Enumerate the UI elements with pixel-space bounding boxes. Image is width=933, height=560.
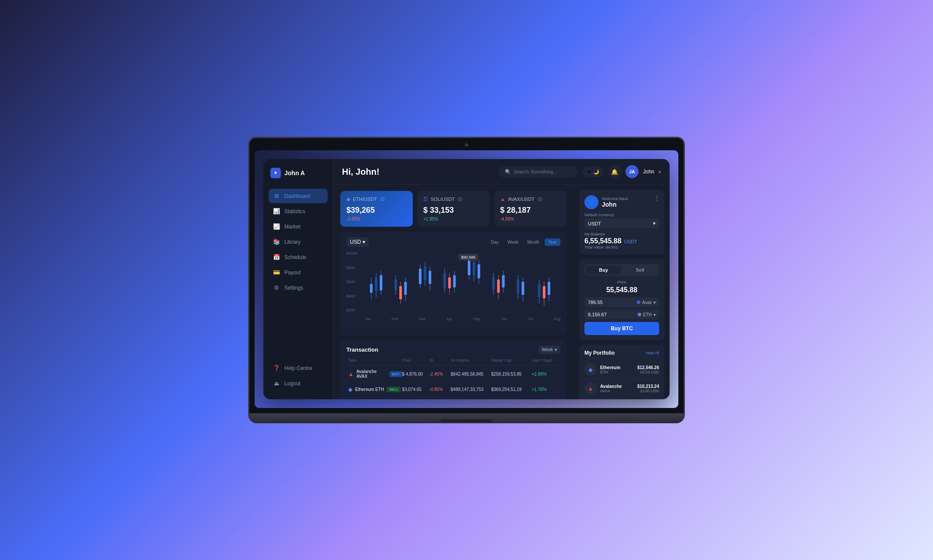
- input-eth[interactable]: 8,156.67 ETH ▾: [584, 310, 659, 319]
- more-options-button[interactable]: ⋮: [654, 194, 660, 201]
- sell-tab[interactable]: Sell: [622, 266, 658, 274]
- search-bar[interactable]: 🔍: [499, 166, 577, 177]
- statistics-icon: 📊: [273, 208, 280, 214]
- portfolio-item-avax[interactable]: ▲ Avalanche AVAX $10,213.24 23.00 USD: [584, 379, 659, 398]
- welcome-header: 👤 Welcome Back John: [584, 195, 659, 209]
- currency-selector[interactable]: USD ▾: [346, 237, 369, 247]
- sidebar-item-logout[interactable]: ⏏ Logout: [269, 376, 328, 391]
- svg-rect-48: [543, 286, 546, 298]
- ticker-card-sol[interactable]: ☰ SOL/USDT ⓘ $ 33,153 +1.95%: [417, 191, 490, 227]
- period-week[interactable]: Week: [504, 239, 522, 246]
- welcome-name: John: [602, 201, 628, 208]
- eth-dot: [638, 313, 641, 316]
- sidebar-item-market[interactable]: 📈 Market: [269, 219, 328, 234]
- avax-portfolio-icon: ▲: [584, 382, 597, 394]
- portfolio-card: My Portfolio View All ◆ Ethereum: [579, 345, 664, 399]
- ticker-header-avax: ▲ AVAX/USDT ⓘ: [500, 196, 560, 202]
- ticker-card-eth[interactable]: ◆ ETH/USDT ⓘ $39,265 -2.65%: [340, 191, 413, 227]
- buy-tab[interactable]: Buy: [586, 266, 622, 274]
- row2-7d: +1.76%: [532, 387, 559, 392]
- svg-rect-12: [394, 280, 397, 290]
- avax-input-value[interactable]: 786.55: [588, 300, 603, 305]
- eth-currency-selector[interactable]: ETH ▾: [638, 312, 656, 317]
- svg-rect-34: [477, 264, 480, 278]
- svg-rect-20: [424, 266, 426, 280]
- table-header: Type Price 1h 24 Volume Market Cap Last …: [346, 358, 560, 366]
- eth-diamond-icon: ◆: [588, 366, 593, 373]
- sidebar-item-statistics[interactable]: 📊 Statistics: [269, 204, 328, 218]
- search-icon: 🔍: [505, 169, 511, 175]
- eth-info-icon: ⓘ: [380, 197, 384, 202]
- eth-portfolio-amount: $12,546.26 33.53 USD: [637, 365, 659, 374]
- market-icon: 📈: [273, 223, 280, 230]
- sidebar-logo: ✦ John A: [269, 168, 328, 178]
- sidebar-logo-text: John A: [284, 169, 305, 176]
- col-7d: Last 7 Days: [532, 358, 559, 363]
- avax-portfolio-info: Avalanche AVAX: [600, 384, 634, 393]
- currency-select[interactable]: USDT ▾: [584, 218, 659, 228]
- row1-badge: BUY: [390, 371, 402, 377]
- input-avax[interactable]: 786.55 Avax ▾: [584, 297, 659, 307]
- main-content: Hi, John! 🔍 ☀ 🌙 🔔 JA John: [333, 159, 670, 399]
- chevron-down-icon[interactable]: ▾: [659, 169, 661, 174]
- row1-7d: +2.86%: [532, 372, 559, 377]
- sidebar-item-dashboard[interactable]: ⊞ Dashboard: [269, 189, 328, 203]
- sidebar-item-schedule[interactable]: 📅 Schedule: [269, 250, 328, 264]
- row1-volume: $842,485,58,845: [451, 372, 491, 377]
- view-all-button[interactable]: View All: [646, 351, 659, 355]
- svg-rect-46: [538, 284, 540, 297]
- user-avatar: 👤: [584, 195, 598, 209]
- svg-rect-24: [443, 273, 446, 288]
- settings-icon: ⚙: [273, 284, 280, 291]
- eth-portfolio-value: $12,546.26: [637, 365, 659, 370]
- sidebar-item-payout[interactable]: 💳 Payout: [269, 265, 328, 280]
- avax-price: $ 28,187: [500, 206, 560, 215]
- sol-change: +1.95%: [423, 217, 484, 221]
- user-name[interactable]: John: [643, 169, 654, 175]
- currency-value: USDT: [588, 221, 601, 226]
- total-value: Total Value: 84,652: [584, 245, 659, 249]
- table-row[interactable]: ▲ Avalanche AVAX BUY $ 4,876.00 -2.45% $…: [346, 366, 560, 383]
- eth-input-value[interactable]: 8,156.67: [588, 312, 607, 317]
- ticker-card-avax[interactable]: ▲ AVAX/USDT ⓘ $ 28,187 -4.55%: [494, 191, 567, 227]
- period-year[interactable]: Year: [545, 239, 560, 246]
- x-label-jan: Jan: [365, 317, 371, 321]
- portfolio-item-eth[interactable]: ◆ Ethereum ETH $12,546.26 33.53 USD: [584, 360, 659, 379]
- notification-button[interactable]: 🔔: [608, 165, 621, 178]
- table-row[interactable]: ◆ Ethereum ETH SELL $3,074.65 -0.85% $48…: [346, 383, 560, 397]
- price-label: Price: [584, 280, 659, 284]
- period-month[interactable]: Month: [524, 239, 543, 246]
- col-24vol: 24 Volume: [451, 358, 491, 363]
- content-left: ◆ ETH/USDT ⓘ $39,265 -2.65% ☰: [333, 185, 574, 399]
- logo-icon: ✦: [270, 168, 281, 178]
- eth-row-icon: ◆: [348, 386, 352, 393]
- sidebar-item-help[interactable]: ❓ Help Centre: [269, 361, 328, 375]
- chart-x-labels: Jan Feb Mar Apr May Jun Jul Aug: [365, 317, 560, 321]
- schedule-icon: 📅: [273, 254, 280, 260]
- row2-price: $3,074.65: [402, 387, 429, 392]
- avax-currency-selector[interactable]: Avax ▾: [637, 300, 656, 305]
- buy-btc-button[interactable]: Buy BTC: [584, 322, 659, 335]
- col-price: Price: [402, 358, 429, 363]
- y-label-60k: $60K: [346, 280, 358, 284]
- x-label-aug: Aug: [553, 317, 560, 321]
- svg-rect-44: [522, 282, 524, 295]
- search-input[interactable]: [514, 169, 571, 174]
- eth-portfolio-usd: 33.53 USD: [637, 370, 659, 374]
- avax-name: AVAX/USDT: [508, 197, 535, 202]
- nav-items: ⊞ Dashboard 📊 Statistics 📈 Market 📚: [269, 189, 328, 361]
- sidebar-label-logout: Logout: [284, 380, 301, 387]
- balance-amount: 6,55,545.88: [584, 237, 622, 245]
- theme-toggle[interactable]: ☀ 🌙: [583, 167, 604, 177]
- eth-portfolio-ticker: ETH: [600, 370, 634, 374]
- balance-unit: USDT: [624, 239, 637, 244]
- dark-mode-button[interactable]: 🌙: [593, 169, 599, 175]
- help-icon: ❓: [273, 365, 280, 371]
- right-panel: ⋮ 👤 Welcome Back John Default Currency: [574, 185, 670, 399]
- sidebar-item-library[interactable]: 📚 Library: [269, 235, 328, 249]
- sidebar-item-settings[interactable]: ⚙ Settings: [269, 280, 328, 295]
- light-mode-button[interactable]: ☀: [587, 169, 591, 175]
- week-selector[interactable]: Week ▾: [539, 346, 560, 354]
- eth-chevron-icon: ▾: [653, 312, 656, 317]
- period-day[interactable]: Day: [487, 239, 502, 246]
